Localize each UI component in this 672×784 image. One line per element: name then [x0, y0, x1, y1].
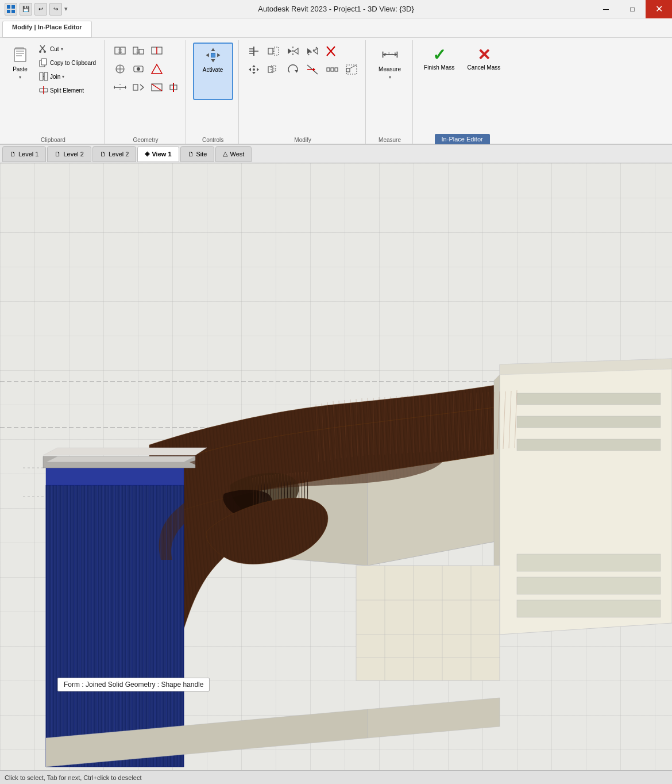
- join-button[interactable]: Join ▾: [36, 70, 99, 83]
- app-menu-button[interactable]: [5, 3, 17, 16]
- clipboard-label: Clipboard: [41, 137, 65, 144]
- join-icon: [39, 72, 48, 81]
- svg-rect-14: [41, 59, 47, 65]
- status-text: Click to select, Tab for next, Ctrl+clic…: [5, 774, 142, 781]
- modify-btn-array[interactable]: [323, 61, 341, 78]
- view-tab-site[interactable]: 🗋 Site: [180, 146, 215, 162]
- svg-marker-60: [294, 48, 298, 54]
- modify-btn-scale[interactable]: [342, 61, 361, 78]
- ribbon: Modify | In-Place Editor: [0, 18, 672, 145]
- svg-rect-82: [346, 65, 357, 74]
- svg-marker-68: [249, 68, 251, 71]
- svg-rect-8: [16, 55, 22, 56]
- modify-btn-copy[interactable]: [264, 61, 283, 78]
- measure-content: Measure ▾: [374, 43, 405, 134]
- svg-rect-112: [517, 439, 661, 451]
- svg-marker-157: [43, 448, 207, 455]
- redo-button[interactable]: ↪: [49, 3, 62, 16]
- finish-mass-label: Finish Mass: [424, 64, 454, 71]
- svg-rect-1: [11, 5, 15, 9]
- svg-marker-50: [217, 53, 220, 57]
- modify-btn-rotate[interactable]: [284, 61, 302, 78]
- modify-btn-mirror-da[interactable]: [303, 43, 322, 60]
- modify-btn-offset[interactable]: [264, 43, 283, 60]
- svg-marker-69: [257, 68, 259, 71]
- paste-button[interactable]: Paste ▾: [7, 43, 33, 83]
- status-bar: Click to select, Tab for next, Ctrl+clic…: [0, 770, 672, 784]
- viewport[interactable]: Form : Joined Solid Geometry : Shape han…: [0, 163, 672, 784]
- view-tab-level1[interactable]: 🗋 Level 1: [2, 146, 46, 162]
- level2b-icon: 🗋: [100, 151, 106, 157]
- split-icon: [39, 86, 48, 95]
- activate-button[interactable]: Activate: [193, 43, 233, 100]
- measure-button[interactable]: Measure ▾: [374, 43, 405, 83]
- inplace-tab-label: In-Place Editor: [419, 134, 505, 144]
- geom-btn-3[interactable]: [148, 43, 165, 59]
- geom-btn-7[interactable]: [111, 79, 129, 95]
- svg-marker-67: [252, 72, 256, 74]
- svg-text:⬚: ⬚: [118, 48, 122, 53]
- checkmark-icon: ✓: [432, 45, 446, 64]
- svg-marker-59: [288, 48, 292, 54]
- view-tab-level2b[interactable]: 🗋 Level 2: [92, 146, 136, 162]
- geom-btn-4[interactable]: [111, 61, 129, 77]
- save-button[interactable]: 💾: [20, 3, 32, 16]
- finish-mass-button[interactable]: ✓ Finish Mass: [419, 43, 459, 74]
- copy-label: Copy to Clipboard: [50, 60, 96, 66]
- svg-rect-2: [7, 10, 10, 13]
- modify-row2: [245, 61, 361, 78]
- modify-btn-move[interactable]: [245, 61, 263, 78]
- svg-point-12: [44, 51, 46, 53]
- geom-btn-5[interactable]: [130, 61, 147, 77]
- svg-rect-113: [517, 554, 661, 571]
- svg-marker-47: [211, 48, 215, 51]
- tab-modify-inplace[interactable]: Modify | In-Place Editor: [2, 21, 92, 37]
- geom-btn-8[interactable]: [130, 79, 147, 95]
- level2a-icon: 🗋: [55, 151, 61, 157]
- close-button[interactable]: ✕: [646, 0, 672, 18]
- geometry-content: ⬚ ⬚: [111, 43, 180, 134]
- svg-marker-121: [46, 456, 195, 462]
- cut-button[interactable]: Cut ▾: [36, 43, 99, 55]
- svg-marker-48: [211, 59, 215, 62]
- ribbon-tab-bar: Modify | In-Place Editor: [0, 21, 672, 38]
- ribbon-group-clipboard: Paste ▾ Cut: [2, 40, 105, 144]
- quick-access-toolbar: 💾 ↩ ↪ ▾: [5, 3, 68, 16]
- maximize-button[interactable]: □: [619, 0, 646, 18]
- modify-btn-align[interactable]: [245, 43, 263, 60]
- svg-marker-154: [368, 698, 500, 738]
- geom-btn-10[interactable]: [167, 79, 180, 95]
- copy-button[interactable]: Copy to Clipboard: [36, 56, 99, 69]
- cut-label: Cut: [50, 46, 59, 52]
- svg-text:⬚: ⬚: [136, 48, 141, 53]
- view-tab-view1[interactable]: ◈ View 1: [137, 146, 179, 162]
- copy-icon: [39, 58, 48, 67]
- clipboard-small-btns: Cut ▾ Copy to Clipboard: [36, 43, 99, 97]
- geom-btn-1[interactable]: ⬚: [111, 43, 129, 59]
- view-tab-level2a[interactable]: 🗋 Level 2: [47, 146, 91, 162]
- svg-rect-7: [16, 53, 24, 54]
- geom-btn-9[interactable]: [148, 79, 165, 95]
- svg-line-41: [140, 87, 144, 90]
- site-icon: 🗋: [188, 151, 194, 157]
- ribbon-group-geometry: ⬚ ⬚: [106, 40, 186, 144]
- minimize-button[interactable]: ─: [593, 0, 619, 18]
- view1-label: View 1: [152, 151, 171, 157]
- dropdown-arrow[interactable]: ▾: [64, 5, 68, 13]
- view-tabs-bar: 🗋 Level 1 🗋 Level 2 🗋 Level 2 ◈ View 1 🗋…: [0, 145, 672, 163]
- geom-btn-2[interactable]: ⬚: [130, 43, 147, 59]
- view1-icon: ◈: [145, 150, 149, 157]
- modify-btn-mirror-pp[interactable]: [284, 43, 302, 60]
- modify-label: Modify: [294, 137, 311, 144]
- modify-btn-delete[interactable]: [323, 43, 339, 60]
- geom-btn-6[interactable]: [148, 61, 165, 77]
- site-label: Site: [196, 151, 207, 157]
- view-tab-west[interactable]: △ West: [215, 146, 252, 162]
- cancel-mass-button[interactable]: ✕ Cancel Mass: [462, 43, 505, 74]
- svg-rect-15: [40, 72, 43, 80]
- svg-marker-66: [252, 65, 256, 67]
- split-button[interactable]: Split Element: [36, 84, 99, 97]
- undo-button[interactable]: ↩: [34, 3, 47, 16]
- finish-mass-icon: ✓: [430, 45, 449, 64]
- modify-btn-trim[interactable]: [303, 61, 322, 78]
